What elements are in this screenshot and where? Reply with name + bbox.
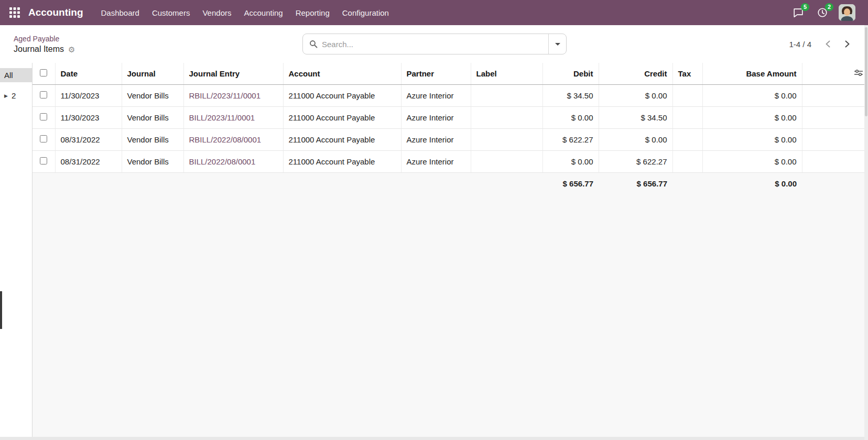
optional-columns-toggle[interactable] xyxy=(854,69,863,78)
nav-accounting[interactable]: Accounting xyxy=(237,2,289,24)
row-select-cell xyxy=(32,107,55,129)
caret-right-icon: ▶ xyxy=(4,93,8,98)
cell-debit[interactable]: $ 0.00 xyxy=(542,107,599,129)
cell-spacer xyxy=(802,107,868,129)
row-checkbox[interactable] xyxy=(40,135,47,142)
cell-base-amount[interactable]: $ 0.00 xyxy=(702,107,802,129)
cell-partner[interactable]: Azure Interior xyxy=(401,107,471,129)
cell-debit[interactable]: $ 0.00 xyxy=(542,151,599,173)
grid-icon xyxy=(9,7,20,18)
column-header-partner[interactable]: Partner xyxy=(401,63,471,85)
column-header-journal-entry[interactable]: Journal Entry xyxy=(183,63,283,85)
column-header-base-amount[interactable]: Base Amount xyxy=(702,63,802,85)
cell-base-amount[interactable]: $ 0.00 xyxy=(702,151,802,173)
cell-date[interactable]: 08/31/2022 xyxy=(55,151,122,173)
search-dropdown-toggle[interactable] xyxy=(548,34,566,54)
cell-debit[interactable]: $ 622.27 xyxy=(542,129,599,151)
cell-tax[interactable] xyxy=(672,85,702,107)
nav-customers[interactable]: Customers xyxy=(146,2,197,24)
app-title[interactable]: Accounting xyxy=(28,7,83,18)
cell-label[interactable] xyxy=(471,151,542,173)
cell-tax[interactable] xyxy=(672,129,702,151)
cell-journal[interactable]: Vendor Bills xyxy=(122,85,183,107)
cell-account[interactable]: 211000 Account Payable xyxy=(283,151,401,173)
pager-next-button[interactable] xyxy=(839,37,855,51)
column-header-date[interactable]: Date xyxy=(55,63,122,85)
cell-journal[interactable]: Vendor Bills xyxy=(122,107,183,129)
nav-reporting[interactable]: Reporting xyxy=(289,2,336,24)
messages-button[interactable]: 5 xyxy=(790,5,806,20)
row-checkbox[interactable] xyxy=(40,91,47,98)
horizontal-scrollbar[interactable] xyxy=(0,437,864,440)
cell-date[interactable]: 11/30/2023 xyxy=(55,85,122,107)
cell-label[interactable] xyxy=(471,107,542,129)
cell-journal[interactable]: Vendor Bills xyxy=(122,129,183,151)
cell-credit[interactable]: $ 622.27 xyxy=(599,151,672,173)
cell-journal-entry[interactable]: RBILL/2022/08/0001 xyxy=(183,129,283,151)
breadcrumb-aged-payable[interactable]: Aged Payable xyxy=(14,35,59,43)
vertical-scrollbar-thumb[interactable] xyxy=(865,27,867,116)
cell-credit[interactable]: $ 0.00 xyxy=(599,85,672,107)
cell-credit[interactable]: $ 0.00 xyxy=(599,129,672,151)
cell-partner[interactable]: Azure Interior xyxy=(401,85,471,107)
cell-label[interactable] xyxy=(471,129,542,151)
row-select-cell xyxy=(32,85,55,107)
cell-journal[interactable]: Vendor Bills xyxy=(122,151,183,173)
pager: 1-4 / 4 xyxy=(567,37,868,51)
cell-base-amount[interactable]: $ 0.00 xyxy=(702,129,802,151)
cell-credit[interactable]: $ 34.50 xyxy=(599,107,672,129)
cell-account[interactable]: 211000 Account Payable xyxy=(283,85,401,107)
journal-entry-link[interactable]: BILL/2022/08/0001 xyxy=(189,157,256,166)
cell-partner[interactable]: Azure Interior xyxy=(401,129,471,151)
cell-journal-entry[interactable]: RBILL/2023/11/0001 xyxy=(183,85,283,107)
search-panel-item-all[interactable]: All xyxy=(0,68,32,82)
nav-vendors[interactable]: Vendors xyxy=(196,2,237,24)
user-avatar[interactable] xyxy=(839,4,855,21)
table-row: 08/31/2022 Vendor Bills BILL/2022/08/000… xyxy=(32,151,868,173)
screen: Accounting Dashboard Customers Vendors A… xyxy=(0,0,868,440)
column-header-credit[interactable]: Credit xyxy=(599,63,672,85)
column-header-account[interactable]: Account xyxy=(283,63,401,85)
journal-entry-link[interactable]: BILL/2023/11/0001 xyxy=(189,113,255,122)
cell-tax[interactable] xyxy=(672,151,702,173)
cell-account[interactable]: 211000 Account Payable xyxy=(283,107,401,129)
cell-label[interactable] xyxy=(471,85,542,107)
apps-grid-icon[interactable] xyxy=(5,3,24,22)
search-icon xyxy=(303,40,322,48)
cell-journal-entry[interactable]: BILL/2023/11/0001 xyxy=(183,107,283,129)
table-row: 08/31/2022 Vendor Bills RBILL/2022/08/00… xyxy=(32,129,868,151)
vertical-scrollbar[interactable] xyxy=(864,25,868,440)
cell-date[interactable]: 08/31/2022 xyxy=(55,129,122,151)
sliders-icon xyxy=(854,69,863,76)
journal-entry-link[interactable]: RBILL/2023/11/0001 xyxy=(189,91,261,100)
nav-dashboard[interactable]: Dashboard xyxy=(95,2,146,24)
column-header-label[interactable]: Label xyxy=(471,63,542,85)
action-gear-icon[interactable]: ⚙ xyxy=(68,46,75,53)
row-checkbox[interactable] xyxy=(40,113,47,120)
cell-account[interactable]: 211000 Account Payable xyxy=(283,129,401,151)
cell-journal-entry[interactable]: BILL/2022/08/0001 xyxy=(183,151,283,173)
totals-row: $ 656.77 $ 656.77 $ 0.00 xyxy=(32,173,868,195)
optional-columns-cell xyxy=(802,63,868,85)
column-header-debit[interactable]: Debit xyxy=(542,63,599,85)
column-header-journal[interactable]: Journal xyxy=(122,63,183,85)
search-input[interactable] xyxy=(322,34,548,54)
column-header-tax[interactable]: Tax xyxy=(672,63,702,85)
search-panel-group[interactable]: ▶ 2 xyxy=(0,89,32,103)
row-checkbox[interactable] xyxy=(40,157,47,164)
top-navbar: Accounting Dashboard Customers Vendors A… xyxy=(0,0,868,25)
chevron-left-icon xyxy=(825,40,831,48)
row-select-cell xyxy=(32,151,55,173)
select-all-checkbox[interactable] xyxy=(40,69,47,76)
cell-tax[interactable] xyxy=(672,107,702,129)
left-edge-scrollbar-thumb[interactable] xyxy=(0,291,2,329)
nav-configuration[interactable]: Configuration xyxy=(336,2,395,24)
activities-button[interactable]: 2 xyxy=(815,5,830,20)
cell-base-amount[interactable]: $ 0.00 xyxy=(702,85,802,107)
cell-partner[interactable]: Azure Interior xyxy=(401,151,471,173)
journal-entry-link[interactable]: RBILL/2022/08/0001 xyxy=(189,135,262,144)
cell-date[interactable]: 11/30/2023 xyxy=(55,107,122,129)
pager-previous-button[interactable] xyxy=(820,37,836,51)
group-count: 2 xyxy=(12,91,16,100)
cell-debit[interactable]: $ 34.50 xyxy=(542,85,599,107)
